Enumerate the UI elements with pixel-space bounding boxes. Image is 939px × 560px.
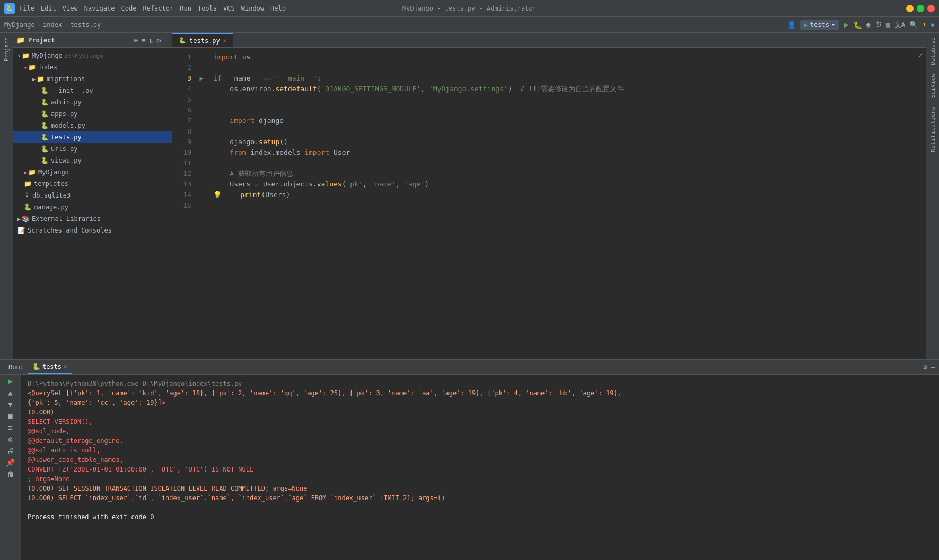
tree-item-index[interactable]: ▾ 📁 index (13, 61, 172, 73)
debug-button[interactable]: 🐛 (853, 21, 862, 29)
run-tab-close[interactable]: ✕ (64, 363, 67, 370)
tree-item-migrations[interactable]: ▶ 📁 migrations (13, 73, 172, 85)
tree-item-manage[interactable]: 🐍 manage.py (13, 201, 172, 213)
urls-py-icon: 🐍 (41, 145, 49, 153)
sciview-sidebar[interactable]: SciView (929, 74, 936, 98)
root-path: D:\MyDjango (65, 52, 103, 59)
close-button[interactable] (927, 5, 935, 12)
run-button[interactable]: ▶ (844, 20, 849, 30)
menu-help[interactable]: Help (270, 5, 286, 12)
views-name: views.py (51, 157, 82, 164)
coverage-button[interactable]: ◉ (866, 21, 871, 29)
code-line-4: os.environ.setdefault('DJANGO_SETTINGS_M… (213, 84, 909, 94)
clear-button[interactable]: 🗑 (7, 470, 14, 478)
tree-item-urls[interactable]: 🐍 urls.py (13, 143, 172, 155)
menu-tools[interactable]: Tools (198, 5, 217, 12)
user-icon[interactable]: 👤 (787, 21, 796, 29)
code-line-15 (213, 200, 909, 211)
tree-item-scratches[interactable]: 📝 Scratches and Consoles (13, 225, 172, 236)
tree-item-init[interactable]: 🐍 __init__.py (13, 85, 172, 96)
bottom-content: ▶ ▲ ▼ ■ ≡ ⚙ 🖨 📌 🗑 D:\Python\Python38\pyt… (0, 375, 939, 560)
titlebar: 🐍 File Edit View Navigate Code Refactor … (0, 0, 939, 17)
toolbar-collapse[interactable]: ≡ (141, 36, 145, 45)
tab-tests-run[interactable]: 🐍 tests ✕ (28, 360, 72, 374)
menu-refactor[interactable]: Refactor (143, 5, 173, 12)
gutter-15 (196, 200, 207, 211)
scratches-name: Scratches and Consoles (28, 227, 112, 234)
breadcrumb-file[interactable]: tests.py (70, 21, 101, 29)
expand-index: ▾ (24, 65, 27, 70)
toolbar-settings[interactable]: ⚙ (156, 36, 161, 45)
project-sidebar-label[interactable]: Project (0, 33, 13, 359)
output-line-10: ; args=None (28, 474, 933, 484)
code-line-8 (213, 126, 909, 137)
menu-bar[interactable]: File Edit View Navigate Code Refactor Ru… (19, 5, 286, 12)
code-line-14: 💡 print(Users) (213, 190, 909, 200)
minimize-button[interactable] (906, 5, 914, 12)
database-sidebar[interactable]: Database (929, 37, 936, 65)
tree-item-models[interactable]: 🐍 models.py (13, 120, 172, 131)
init-py-icon: 🐍 (41, 87, 49, 94)
wrap-button[interactable]: ≡ (8, 423, 12, 432)
search-button[interactable]: 🔍 (909, 21, 918, 29)
translate-button[interactable]: 文A (894, 20, 906, 30)
breadcrumb-index[interactable]: index (43, 21, 62, 29)
toolbar-hide[interactable]: — (164, 36, 169, 45)
extlibs-name: External Libraries (32, 215, 101, 223)
run-again-button[interactable]: ▶ (8, 377, 12, 385)
ln-3: 3 (172, 73, 191, 84)
stop-button[interactable]: ■ (886, 21, 890, 29)
toolbar-sort[interactable]: ⇅ (149, 36, 153, 45)
menu-edit[interactable]: Edit (41, 5, 56, 12)
pin-button[interactable]: 📌 (6, 458, 15, 467)
menu-view[interactable]: View (63, 5, 78, 12)
notifications-sidebar[interactable]: Notifications (929, 106, 936, 152)
maximize-button[interactable] (917, 5, 924, 12)
scroll-down-button[interactable]: ▼ (8, 400, 12, 408)
db-icon: 🗄 (24, 192, 30, 199)
gutter-2 (196, 63, 207, 73)
tree-item-tests[interactable]: 🐍 tests.py (13, 131, 172, 143)
stop-run-button[interactable]: ■ (8, 412, 12, 420)
tree-item-admin[interactable]: 🐍 admin.py (13, 96, 172, 108)
tree-root[interactable]: ▾ 📁 MyDjango D:\MyDjango (13, 50, 172, 61)
print-button[interactable]: 🖨 (7, 447, 14, 455)
tree-item-templates[interactable]: 📁 templates (13, 178, 172, 190)
breadcrumb-project[interactable]: MyDjango (4, 21, 35, 29)
settings-icon[interactable]: ⚙ (923, 363, 927, 371)
code-content[interactable]: import os if __name__ == "__main__": os.… (207, 48, 915, 359)
filter-button[interactable]: ⚙ (8, 435, 12, 443)
update-button[interactable]: ⬆ (922, 21, 926, 29)
gutter: ▶ (196, 48, 207, 359)
tree-item-mydjango[interactable]: ▶ 📁 MyDjango (13, 166, 172, 178)
expand-migrations: ▶ (32, 76, 36, 82)
output-line-11: (0.000) SET SESSION TRANSACTION ISOLATIO… (28, 484, 933, 493)
tests-name: tests.py (51, 134, 82, 141)
code-line-9: django.setup() (213, 137, 909, 147)
code-editor[interactable]: 1 2 3 4 5 6 7 8 9 10 11 12 13 14 15 ▶ (172, 48, 926, 359)
profile-button[interactable]: ⏱ (875, 21, 882, 29)
tree-item-db[interactable]: 🗄 db.sqlite3 (13, 190, 172, 201)
editor-area: 🐍 tests.py ✕ 1 2 3 4 5 6 7 8 9 10 11 12 … (172, 33, 926, 359)
tree-item-views[interactable]: 🐍 views.py (13, 155, 172, 166)
menu-run[interactable]: Run (180, 5, 191, 12)
menu-window[interactable]: Window (241, 5, 264, 12)
tree-item-apps[interactable]: 🐍 apps.py (13, 108, 172, 120)
tab-tests-py[interactable]: 🐍 tests.py ✕ (172, 33, 233, 47)
toolbar-add[interactable]: ⊕ (134, 36, 138, 45)
project-label[interactable]: Project (3, 37, 10, 61)
plugin-button[interactable]: ◆ (931, 21, 935, 29)
menu-file[interactable]: File (19, 5, 34, 12)
project-panel: 📁 Project ⊕ ≡ ⇅ ⚙ — ▾ 📁 MyDjango D:\MyDj… (13, 33, 172, 359)
menu-code[interactable]: Code (121, 5, 137, 12)
menu-vcs[interactable]: VCS (223, 5, 235, 12)
tree-item-extlibs[interactable]: ▶ 📚 External Libraries (13, 213, 172, 225)
minus-icon[interactable]: — (931, 363, 935, 371)
mydjango-name: MyDjango (38, 168, 69, 176)
menu-navigate[interactable]: Navigate (84, 5, 115, 12)
tab-close-button[interactable]: ✕ (223, 37, 227, 44)
scroll-up-button[interactable]: ▲ (8, 388, 12, 397)
output-line-1: <QuerySet [{'pk': 1, 'name': 'kid', 'age… (28, 388, 933, 398)
ln-2: 2 (172, 63, 191, 73)
run-config-selector[interactable]: ▶ tests ▾ (800, 20, 840, 30)
